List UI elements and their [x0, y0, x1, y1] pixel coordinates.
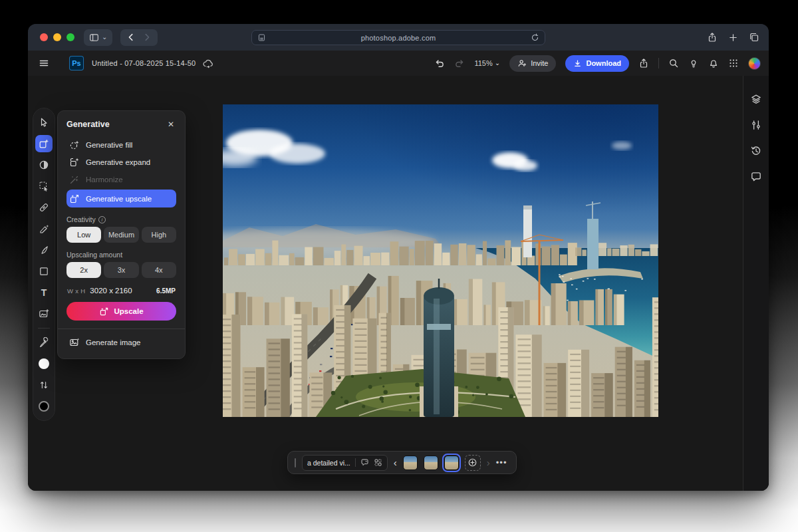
upscaling-amount-label: Upscaling amount — [66, 251, 122, 259]
history-button[interactable] — [747, 142, 765, 160]
move-cursor-icon — [39, 117, 49, 128]
url-text: photoshop.adobe.com — [266, 34, 531, 42]
variation-thumbnail-1[interactable] — [403, 456, 418, 470]
background-color — [39, 401, 49, 412]
generative-expand-icon — [69, 157, 80, 168]
generate-image-tool[interactable] — [35, 305, 53, 323]
generate-image-item[interactable]: Generate image — [66, 335, 176, 350]
dimensions-row: W x H 3020 x 2160 6.5MP — [67, 287, 176, 295]
add-variation-button[interactable] — [465, 455, 481, 471]
prompt-suggestions-icon[interactable] — [360, 458, 369, 467]
variation-thumbnail-3-selected[interactable] — [444, 456, 459, 470]
right-panel-rail — [743, 76, 769, 491]
remove-tool[interactable] — [35, 220, 53, 237]
zoom-window-button[interactable] — [66, 33, 74, 41]
panel-close-button[interactable]: ✕ — [166, 119, 176, 130]
select-subject-tool[interactable] — [35, 178, 53, 195]
main-menu-icon[interactable] — [39, 58, 49, 68]
background-color-swatch[interactable] — [35, 398, 53, 415]
download-icon — [573, 59, 582, 68]
cityscape-artwork — [223, 104, 658, 417]
header-actions: 115% ⌄ Invite Download — [434, 51, 761, 76]
megapixels-value: 6.5MP — [156, 287, 176, 295]
upscale-button[interactable]: Upscale — [66, 302, 176, 321]
taskbar-more-button[interactable]: ••• — [496, 458, 507, 467]
previous-version-button[interactable]: ‹ — [394, 458, 397, 467]
back-icon — [126, 33, 136, 42]
brush-icon — [39, 245, 49, 255]
adjustments-sliders-icon — [750, 119, 762, 131]
notifications-bell-icon[interactable] — [708, 58, 719, 68]
back-button[interactable] — [123, 30, 139, 45]
redo-icon[interactable] — [454, 58, 465, 68]
generative-expand-item[interactable]: Generative expand — [66, 154, 176, 171]
forward-icon — [142, 33, 152, 42]
brush-tool[interactable] — [35, 241, 53, 259]
next-version-button[interactable]: › — [487, 458, 490, 467]
cloud-sync-icon[interactable] — [202, 58, 213, 69]
heal-tool[interactable] — [35, 199, 53, 216]
foreground-color — [39, 358, 49, 369]
invite-person-icon — [517, 59, 527, 68]
prompt-settings-icon[interactable] — [374, 458, 382, 467]
type-tool-glyph: T — [41, 287, 47, 298]
header-divider — [658, 58, 659, 68]
generative-upscale-item[interactable]: Generative upscale — [66, 190, 176, 207]
user-avatar[interactable] — [748, 57, 761, 70]
history-clock-icon — [750, 145, 762, 157]
share-page-icon[interactable] — [707, 32, 718, 43]
prompt-input[interactable]: a detailed vi... — [302, 455, 388, 471]
invite-button[interactable]: Invite — [509, 55, 556, 72]
forward-button[interactable] — [139, 30, 155, 45]
download-label: Download — [586, 59, 621, 67]
search-icon[interactable] — [668, 58, 679, 68]
move-tool[interactable] — [35, 114, 53, 131]
new-tab-icon[interactable] — [728, 33, 738, 43]
undo-icon[interactable] — [434, 58, 445, 68]
generative-fill-item[interactable]: Generative fill — [66, 136, 176, 154]
canvas-image[interactable] — [223, 104, 658, 417]
invite-label: Invite — [531, 59, 548, 67]
amount-option-4x[interactable]: 4x — [142, 262, 176, 278]
harmonize-icon — [69, 174, 80, 185]
adjust-tool[interactable] — [35, 156, 53, 174]
type-tool[interactable]: T — [35, 284, 53, 301]
eyedropper-tool[interactable] — [35, 334, 53, 351]
amount-option-3x[interactable]: 3x — [104, 262, 138, 278]
taskbar-drag-handle[interactable] — [295, 458, 296, 467]
reader-icon[interactable] — [257, 33, 266, 42]
creativity-info-icon[interactable]: i — [98, 216, 106, 223]
swap-arrows-icon — [39, 380, 49, 390]
zoom-level-control[interactable]: 115% ⌄ — [474, 59, 500, 67]
share-icon[interactable] — [638, 58, 649, 68]
download-button[interactable]: Download — [565, 55, 629, 72]
comments-button[interactable] — [747, 168, 765, 186]
address-bar[interactable]: photoshop.adobe.com — [251, 30, 545, 45]
sidebar-toggle-button[interactable]: ⌄ — [84, 29, 112, 46]
layers-button[interactable] — [747, 90, 765, 108]
creativity-option-medium[interactable]: Medium — [104, 227, 138, 243]
eyedropper-icon — [39, 337, 49, 348]
close-window-button[interactable] — [40, 33, 48, 41]
reload-icon[interactable] — [531, 33, 539, 42]
generative-tool[interactable] — [35, 135, 53, 152]
variation-thumbnail-2[interactable] — [424, 456, 438, 470]
zoom-level-value: 115% — [474, 59, 492, 67]
amount-option-2x[interactable]: 2x — [66, 262, 101, 278]
minimize-window-button[interactable] — [53, 33, 61, 41]
apps-grid-icon[interactable] — [728, 58, 739, 68]
tab-overview-icon[interactable] — [749, 32, 759, 43]
creativity-option-high[interactable]: High — [142, 227, 176, 243]
swap-colors-button[interactable] — [35, 376, 53, 394]
adjustments-button[interactable] — [747, 116, 765, 134]
generate-image-icon — [69, 337, 80, 348]
discover-bulb-icon[interactable] — [688, 58, 699, 68]
upscale-button-icon — [99, 307, 109, 317]
creativity-option-low[interactable]: Low — [66, 227, 101, 243]
foreground-color-swatch[interactable] — [35, 355, 53, 372]
harmonize-item: Harmonize — [66, 171, 176, 188]
shape-tool[interactable] — [35, 263, 53, 280]
prompt-text: a detailed vi... — [307, 459, 350, 467]
upscale-button-label: Upscale — [114, 307, 143, 315]
generate-image-label: Generate image — [86, 338, 140, 346]
